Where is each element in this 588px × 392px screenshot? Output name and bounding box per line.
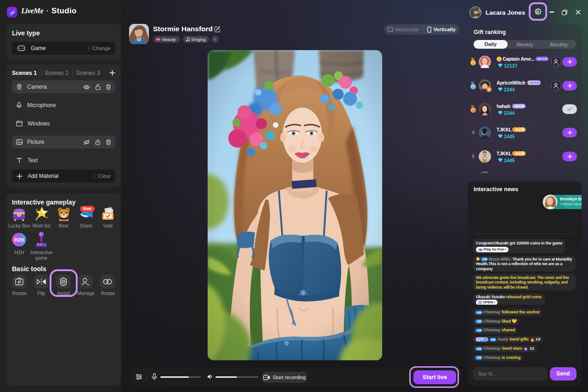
svg-text:V: V	[498, 58, 500, 61]
svg-text:3: 3	[472, 108, 475, 113]
svg-text:1: 1	[472, 61, 475, 65]
svg-text:2: 2	[472, 85, 475, 89]
svg-text:Jr: Jr	[487, 88, 491, 91]
svg-text:H2H: H2H	[14, 238, 23, 243]
